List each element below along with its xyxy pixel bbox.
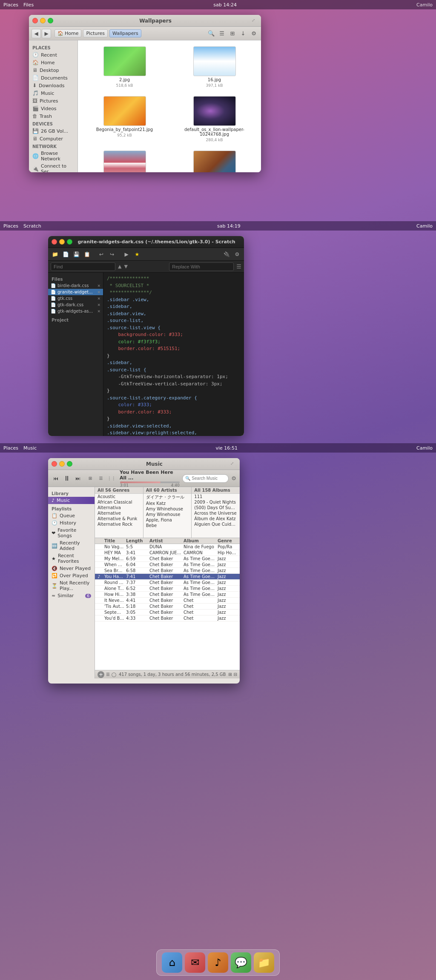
file-item[interactable]: default_os_x_lion-wallpaper-1024x768.jpg… — [171, 94, 258, 145]
track-row[interactable]: Alone Together 6:52 Chet Baker As Time G… — [95, 586, 240, 592]
track-row[interactable]: ♪ You Have Been Here... 7:41 Chet Baker … — [95, 574, 240, 580]
files-home-btn[interactable]: 🏠 Home — [54, 29, 81, 37]
sidebar-item-vol26[interactable]: 💾26 GB Vol... — [29, 127, 77, 135]
track-row[interactable]: When She Smiles 6:04 Chet Baker As Time … — [95, 562, 240, 568]
genre-item[interactable]: Alternative — [95, 510, 143, 516]
track-row[interactable]: Round Midnight 7:37 Chet Baker As Time G… — [95, 580, 240, 586]
files-grid-view-btn[interactable]: ⊞ — [228, 29, 237, 38]
track-row[interactable]: 'Tis Autumn 5:18 Chet Baker Chet Jazz — [95, 604, 240, 610]
album-item[interactable]: Alguien Que Cuide De Mi — [192, 521, 240, 527]
file-item[interactable]: 16.jpg 397,1 kB — [171, 44, 258, 90]
track-row[interactable]: September Song 3:05 Chet Baker Chet Jazz — [95, 610, 240, 615]
sidebar-item-recent[interactable]: 🕐Recent — [29, 51, 77, 59]
file-item[interactable]: Begonia_by_fatpoint21.jpg 95,2 kB — [81, 94, 168, 145]
track-row[interactable]: No Vague Tu Nu FN 5:5... 5:5 DUNA Nina d… — [95, 544, 240, 550]
file-item[interactable]: 2.jpg 518,6 kB — [81, 44, 168, 90]
sidebar-item-pictures[interactable]: 🖼Pictures — [29, 97, 77, 105]
music-eq-btn[interactable]: ⋮⋮ — [107, 474, 116, 483]
menu-places-1[interactable]: Places — [3, 2, 18, 8]
status-separator-2[interactable]: ◯ — [112, 672, 116, 677]
artist-item[interactable]: Bebe — [143, 523, 192, 528]
artist-item[interactable]: Alex Katz — [143, 501, 192, 506]
artist-item[interactable]: Amy Whinehouse — [143, 506, 192, 512]
scratch-run-btn[interactable]: ▶ — [122, 250, 131, 259]
scratch-file-item[interactable]: 📄 gtk-widgets-as... ✕ — [48, 308, 103, 314]
sidebar-item-home[interactable]: 🏠Home — [29, 59, 77, 66]
files-search-btn[interactable]: 🔍 — [207, 29, 216, 38]
genre-item[interactable]: African Classical — [95, 499, 143, 505]
add-to-playlist-btn[interactable]: + — [98, 671, 104, 678]
scratch-file-item[interactable]: 📄 gtk.css ✕ — [48, 295, 103, 302]
sidebar-item-queue[interactable]: 📋 Queue — [48, 512, 95, 519]
sidebar-item-history[interactable]: 🕐 History — [48, 519, 95, 527]
sidebar-item-videos[interactable]: 🎬Videos — [29, 105, 77, 112]
scratch-redo-btn[interactable]: ↪ — [107, 250, 117, 259]
sidebar-item-music[interactable]: ♪ Music — [48, 497, 95, 504]
play-pause-btn[interactable]: ⏸ — [63, 474, 71, 483]
track-row[interactable]: It Never Entered My... 4:41 Chet Baker C… — [95, 598, 240, 604]
status-separator-1[interactable]: ☰ — [106, 672, 110, 677]
track-row[interactable]: HEY MA 3:41 CAMRON JUELZ CAMRON Hip Hop/… — [95, 550, 240, 556]
scratch-undo-btn[interactable]: ↩ — [97, 250, 106, 259]
scratch-max-btn[interactable] — [67, 239, 72, 245]
artist-item[interactable]: ダイアナ・クラール — [143, 494, 192, 501]
track-row[interactable]: You'd Be So Nice to... 4:33 Chet Baker C… — [95, 615, 240, 621]
artist-item[interactable]: Apple, Fiona — [143, 517, 192, 523]
menu-places-2[interactable]: Places — [3, 223, 18, 229]
scratch-find-input[interactable] — [51, 262, 115, 271]
scratch-file-item[interactable]: 📄 birdie-dark.css ✕ — [48, 282, 103, 289]
music-min-btn[interactable] — [59, 461, 65, 467]
sidebar-item-desktop[interactable]: 🖥Desktop — [29, 66, 77, 74]
music-search-box[interactable]: 🔍 — [182, 474, 229, 483]
music-mode-btn[interactable]: ⊞ — [86, 474, 95, 483]
files-wallpapers-btn[interactable]: Wallpapers — [109, 29, 141, 37]
music-close-btn[interactable] — [52, 461, 57, 467]
album-item[interactable]: Álbum de Alex Katz — [192, 516, 240, 521]
files-prefs-btn[interactable]: ⚙ — [249, 29, 258, 38]
menu-music-3[interactable]: Music — [23, 445, 37, 451]
scratch-find-next-btn[interactable]: ▼ — [124, 264, 127, 269]
file-item[interactable]: Horseshoe Bend Sunset.jpg 596,3 kB — [171, 148, 258, 172]
file-item[interactable]: Firefox_wallpaper.png 256,9 kB — [81, 148, 168, 172]
sidebar-item-downloads[interactable]: ⬇Downloads — [29, 82, 77, 89]
dock-files-btn[interactable]: 📁 — [254, 952, 274, 973]
menu-files-1[interactable]: Files — [23, 2, 34, 8]
sidebar-item-recent-favorites[interactable]: ★ Recent Favorites — [48, 552, 95, 565]
files-close-btn[interactable] — [32, 18, 38, 23]
status-view-btn[interactable]: ⊞ — [228, 672, 232, 677]
dock-home-btn[interactable]: ⌂ — [162, 952, 182, 973]
files-list-view-btn[interactable]: ☰ — [217, 29, 227, 38]
scratch-plugin-btn[interactable]: 🔌 — [222, 250, 231, 259]
scratch-file-item[interactable]: 📄 gtk-dark.css ✕ — [48, 302, 103, 308]
close-tab-btn[interactable]: ✕ — [97, 303, 100, 307]
files-back-btn[interactable]: ◀ — [32, 29, 41, 38]
scratch-replace-input[interactable] — [169, 262, 234, 271]
scratch-close-btn[interactable] — [52, 239, 57, 245]
scratch-new-btn[interactable]: 📄 — [61, 250, 70, 259]
album-item[interactable]: Across the Universe — [192, 510, 240, 516]
artist-item[interactable]: Amy Winehouse — [143, 512, 192, 517]
files-max-btn[interactable] — [48, 18, 53, 23]
prev-track-btn[interactable]: ⏮ — [52, 474, 60, 483]
close-tab-btn[interactable]: ✕ — [97, 296, 100, 301]
album-item[interactable]: 2009 - Quiet Nights — [192, 499, 240, 505]
sidebar-item-connect[interactable]: 🔌Connect to Ser... — [29, 162, 77, 172]
sidebar-item-similar[interactable]: ≈ Similar 6 — [48, 592, 95, 599]
sidebar-item-computer[interactable]: 🖥Computer — [29, 135, 77, 142]
track-progress-bar[interactable] — [120, 481, 180, 483]
album-item[interactable]: (500) Days Of Summer — [192, 505, 240, 510]
sidebar-item-favorites[interactable]: ❤ Favorite Songs — [48, 527, 95, 539]
close-tab-btn[interactable]: ✕ — [97, 290, 100, 294]
files-sort-btn[interactable]: ↓ — [238, 29, 248, 38]
scratch-replace-options-btn[interactable]: ☰ — [236, 263, 241, 270]
files-pictures-btn[interactable]: Pictures — [83, 29, 108, 37]
sidebar-item-music[interactable]: 🎵Music — [29, 89, 77, 97]
genre-item[interactable]: Alternative & Punk — [95, 516, 143, 521]
files-expand-btn[interactable]: ⤢ — [252, 18, 258, 24]
status-info-btn[interactable]: ⊟ — [234, 672, 237, 677]
music-max-btn[interactable] — [67, 461, 72, 467]
close-tab-btn[interactable]: ✕ — [97, 284, 100, 288]
close-tab-btn[interactable]: ✕ — [97, 309, 100, 313]
scratch-folder-btn[interactable]: 📁 — [50, 250, 60, 259]
sidebar-item-documents[interactable]: 📄Documents — [29, 74, 77, 82]
